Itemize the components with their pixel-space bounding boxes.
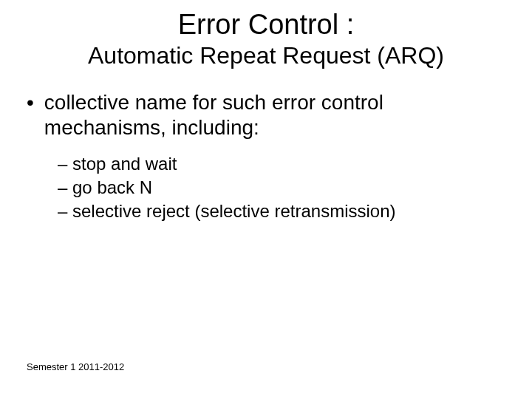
sub-bullet-list: – stop and wait – go back N – selective … [58, 153, 532, 222]
sub-bullet-item: – go back N [58, 177, 532, 199]
main-bullet-item: • collective name for such error control… [27, 90, 502, 140]
sub-bullet-item: – stop and wait [58, 153, 532, 175]
slide-footer: Semester 1 2011-2012 [27, 361, 124, 372]
sub-bullet-item: – selective reject (selective retransmis… [58, 200, 532, 222]
slide-title: Error Control : [0, 0, 532, 41]
bullet-dot-icon: • [27, 90, 34, 140]
main-bullet-text: collective name for such error control m… [44, 90, 502, 140]
slide-subtitle: Automatic Repeat Request (ARQ) [0, 42, 532, 69]
